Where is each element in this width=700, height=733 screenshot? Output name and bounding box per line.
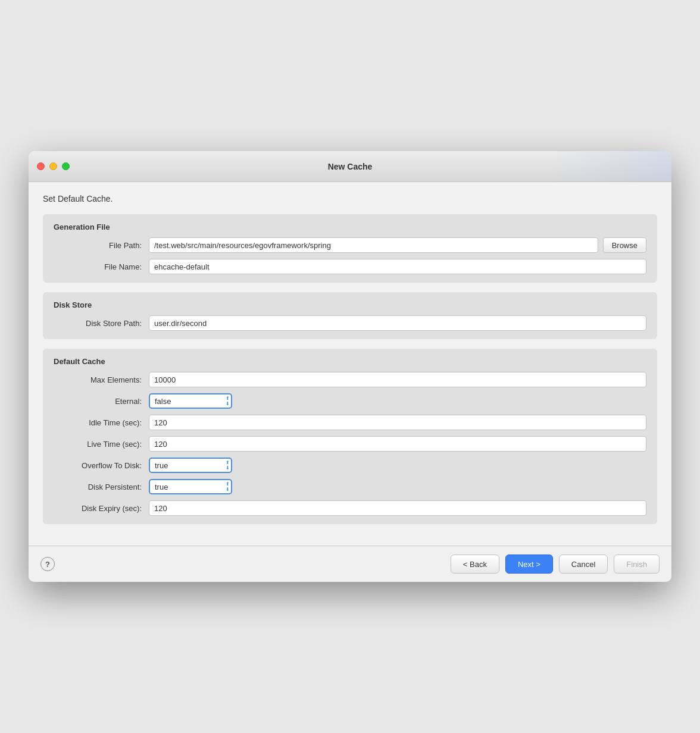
file-name-label: File Name:: [54, 262, 149, 271]
overflow-to-disk-select[interactable]: true false: [149, 458, 232, 473]
idle-time-input[interactable]: [149, 415, 646, 430]
disk-expiry-input[interactable]: [149, 500, 646, 516]
maximize-button[interactable]: [62, 162, 70, 170]
max-elements-row: Max Elements:: [54, 372, 646, 387]
live-time-row: Live Time (sec):: [54, 436, 646, 452]
footer-buttons: < Back Next > Cancel Finish: [451, 555, 660, 574]
disk-persistent-label: Disk Persistent:: [54, 483, 149, 491]
disk-persistent-select-wrapper: true false: [149, 479, 232, 494]
help-button[interactable]: ?: [40, 557, 55, 571]
footer-left: ?: [40, 557, 55, 571]
next-button[interactable]: Next >: [505, 555, 553, 574]
file-path-input[interactable]: [149, 237, 598, 253]
cancel-button[interactable]: Cancel: [559, 555, 608, 574]
file-path-label: File Path:: [54, 241, 149, 250]
file-name-row: File Name:: [54, 259, 646, 274]
eternal-row: Eternal: false true: [54, 393, 646, 409]
eternal-select-wrapper: false true: [149, 393, 232, 409]
max-elements-label: Max Elements:: [54, 375, 149, 384]
traffic-lights: [37, 162, 70, 170]
disk-expiry-row: Disk Expiry (sec):: [54, 500, 646, 516]
page-subtitle: Set Default Cache.: [43, 194, 657, 203]
browse-button[interactable]: Browse: [603, 237, 646, 253]
disk-persistent-row: Disk Persistent: true false: [54, 479, 646, 494]
idle-time-row: Idle Time (sec):: [54, 415, 646, 430]
window-title: New Cache: [328, 162, 373, 171]
overflow-to-disk-row: Overflow To Disk: true false: [54, 458, 646, 473]
idle-time-label: Idle Time (sec):: [54, 418, 149, 427]
disk-store-section: Disk Store Disk Store Path:: [43, 292, 657, 339]
titlebar: New Cache: [29, 151, 671, 182]
default-cache-section: Default Cache Max Elements: Eternal: fal…: [43, 349, 657, 524]
eternal-label: Eternal:: [54, 397, 149, 406]
content-area: Set Default Cache. Generation File File …: [29, 182, 671, 546]
generation-file-title: Generation File: [54, 223, 646, 231]
back-button[interactable]: < Back: [451, 555, 499, 574]
overflow-select-wrapper: true false: [149, 458, 232, 473]
disk-store-title: Disk Store: [54, 300, 646, 309]
eternal-select[interactable]: false true: [149, 393, 232, 409]
close-button[interactable]: [37, 162, 45, 170]
footer: ? < Back Next > Cancel Finish: [29, 546, 671, 582]
file-path-row: File Path: Browse: [54, 237, 646, 253]
disk-store-path-input[interactable]: [149, 315, 646, 331]
finish-button: Finish: [614, 555, 660, 574]
max-elements-input[interactable]: [149, 372, 646, 387]
disk-expiry-label: Disk Expiry (sec):: [54, 504, 149, 513]
file-name-input[interactable]: [149, 259, 646, 274]
live-time-input[interactable]: [149, 436, 646, 452]
default-cache-title: Default Cache: [54, 357, 646, 366]
disk-store-path-row: Disk Store Path:: [54, 315, 646, 331]
main-window: New Cache Set Default Cache. Generation …: [29, 151, 671, 582]
overflow-to-disk-label: Overflow To Disk:: [54, 461, 149, 470]
live-time-label: Live Time (sec):: [54, 440, 149, 449]
generation-file-section: Generation File File Path: Browse File N…: [43, 214, 657, 283]
disk-store-path-label: Disk Store Path:: [54, 319, 149, 328]
disk-persistent-select[interactable]: true false: [149, 479, 232, 494]
minimize-button[interactable]: [49, 162, 57, 170]
